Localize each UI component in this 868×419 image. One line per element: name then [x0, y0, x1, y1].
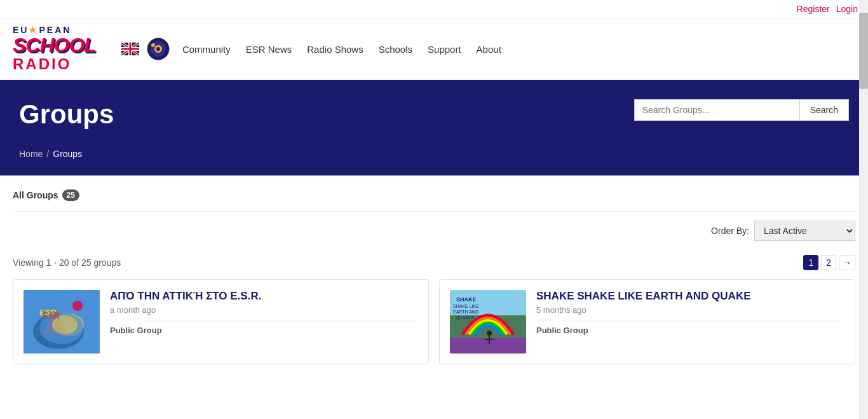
svg-point-11	[72, 301, 83, 311]
svg-point-8	[52, 313, 84, 336]
search-input[interactable]	[634, 99, 799, 121]
group-1-name[interactable]: ΑΠΌ ΤΗΝ ΑΤΤΙΚΉ ΣΤΟ E.S.R.	[110, 290, 418, 303]
svg-point-4	[156, 47, 160, 51]
all-groups-count: 25	[62, 189, 79, 201]
breadcrumb-current: Groups	[53, 149, 82, 159]
group-2-type: Public Group	[536, 320, 844, 335]
scrollbar-track[interactable]	[859, 0, 868, 383]
order-by-label: Order By:	[711, 226, 749, 236]
order-by-row: Order By: Last Active Most Members Newes…	[13, 212, 855, 250]
breadcrumb: Home / Groups	[19, 149, 849, 159]
nav-esr-news[interactable]: ESR News	[246, 44, 292, 55]
main-nav: Community ESR News Radio Shows Schools S…	[182, 44, 855, 55]
svg-rect-6	[24, 290, 100, 354]
top-bar: Register Login	[0, 0, 868, 18]
all-groups-tab-label: All Groups	[13, 190, 58, 200]
viewing-row: Viewing 1 - 20 of 25 groups 1 2 →	[13, 250, 855, 279]
logo[interactable]: EU★PEAN SCHOOL RADIO	[13, 25, 96, 73]
hero-banner: Groups Search Home / Groups	[0, 80, 868, 175]
scrollbar-thumb[interactable]	[859, 13, 868, 89]
order-by-select[interactable]: Last Active Most Members Newest Groups A…	[754, 221, 855, 241]
page-1-link[interactable]: 1	[803, 255, 818, 270]
logo-school: SCHOOL	[13, 35, 96, 55]
hero-search-form: Search	[634, 99, 849, 121]
nav-about[interactable]: About	[477, 44, 501, 55]
pagination: 1 2 →	[803, 255, 855, 270]
group-card-2: SHAKE SHAKE LIKE EARTH AND QUAKS SHAKE S…	[439, 279, 855, 364]
group-2-info: SHAKE SHAKE LIKE EARTH AND QUAKE 5 month…	[536, 290, 844, 335]
group-1-time: a month ago	[110, 305, 418, 315]
all-groups-tab[interactable]: All Groups 25	[13, 186, 87, 205]
logo-radio: RADIO	[13, 55, 96, 73]
svg-text:SHAKE LIKE: SHAKE LIKE	[453, 304, 479, 308]
svg-marker-9	[43, 309, 68, 334]
page-2-link[interactable]: 2	[821, 255, 836, 270]
register-link[interactable]: Register	[797, 4, 830, 14]
group-1-thumbnail: ΕSR	[24, 290, 100, 354]
svg-text:QUAKS: QUAKS	[456, 315, 474, 320]
group-2-name[interactable]: SHAKE SHAKE LIKE EARTH AND QUAKE	[536, 290, 844, 303]
groups-tabs: All Groups 25	[13, 175, 855, 212]
next-page-link[interactable]: →	[839, 255, 855, 270]
group-2-thumbnail: SHAKE SHAKE LIKE EARTH AND QUAKS	[450, 290, 526, 354]
group-1-info: ΑΠΌ ΤΗΝ ΑΤΤΙΚΉ ΣΤΟ E.S.R. a month ago Pu…	[110, 290, 418, 335]
group-2-time: 5 months ago	[536, 305, 844, 315]
nav-community[interactable]: Community	[182, 44, 231, 55]
group-card-1: ΕSR ΑΠΌ ΤΗΝ ΑΤΤΙΚΉ ΣΤΟ E.S.R. a month ag…	[13, 279, 429, 364]
nav-schools[interactable]: Schools	[379, 44, 412, 55]
svg-point-5	[151, 43, 155, 47]
search-button[interactable]: Search	[799, 99, 849, 121]
login-link[interactable]: Login	[836, 4, 858, 14]
groups-grid: ΕSR ΑΠΌ ΤΗΝ ΑΤΤΙΚΉ ΣΤΟ E.S.R. a month ag…	[13, 279, 855, 383]
breadcrumb-separator: /	[46, 149, 49, 159]
viewing-text: Viewing 1 - 20 of 25 groups	[13, 258, 121, 268]
main-content: All Groups 25 Order By: Last Active Most…	[0, 175, 868, 383]
header: EU★PEAN SCHOOL RADIO Community ESR News …	[0, 18, 868, 80]
svg-point-15	[487, 331, 492, 336]
logo-area: EU★PEAN SCHOOL RADIO	[13, 25, 102, 73]
svg-point-7	[33, 313, 84, 349]
svg-text:EARTH AND: EARTH AND	[453, 310, 478, 314]
language-flag-icon[interactable]	[121, 43, 139, 55]
svg-text:SHAKE: SHAKE	[456, 296, 477, 303]
svg-text:ΕSR: ΕSR	[39, 308, 57, 317]
nav-radio-shows[interactable]: Radio Shows	[307, 44, 363, 55]
nav-support[interactable]: Support	[428, 44, 461, 55]
radio-disc-icon	[147, 38, 170, 60]
group-1-type: Public Group	[110, 320, 418, 335]
breadcrumb-home[interactable]: Home	[19, 149, 43, 159]
